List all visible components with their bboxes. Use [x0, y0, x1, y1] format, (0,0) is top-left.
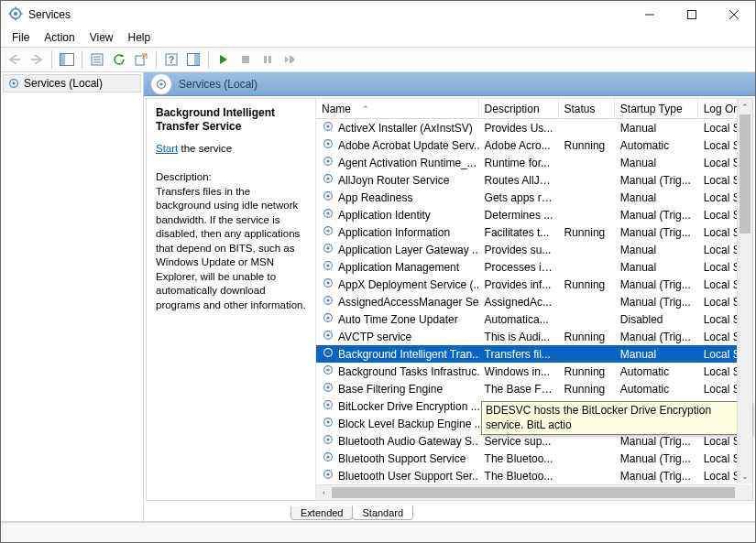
- service-startup: Manual: [615, 122, 698, 135]
- svg-point-29: [12, 81, 15, 84]
- service-startup: Manual: [615, 157, 698, 169]
- table-row[interactable]: Agent Activation Runtime_...Runtime for.…: [316, 154, 752, 171]
- minimize-button[interactable]: [629, 1, 671, 28]
- start-service-button[interactable]: [214, 49, 234, 70]
- table-row[interactable]: AllJoyn Router ServiceRoutes AllJo...Man…: [316, 171, 752, 189]
- tab-extended[interactable]: Extended: [290, 506, 353, 520]
- table-row[interactable]: Application IdentityDetermines ...Manual…: [316, 206, 752, 223]
- tree-item-label: Services (Local): [24, 77, 103, 90]
- view-tabbar: Extended Standard: [144, 503, 755, 521]
- window-title: Services: [28, 8, 71, 21]
- service-name: Background Tasks Infrastruc...: [338, 365, 479, 378]
- show-hide-tree-button[interactable]: [57, 49, 77, 70]
- table-row[interactable]: Bluetooth User Support Ser...The Bluetoo…: [316, 467, 752, 484]
- service-description: Adobe Acro...: [479, 139, 559, 152]
- service-name: Application Management: [338, 261, 459, 274]
- back-button[interactable]: [5, 49, 25, 70]
- gear-icon: [322, 277, 334, 292]
- scroll-left-button[interactable]: ‹: [316, 485, 332, 500]
- svg-point-47: [326, 246, 329, 249]
- gear-icon: [322, 416, 334, 431]
- svg-point-45: [326, 229, 329, 232]
- scroll-thumb-h[interactable]: [332, 487, 735, 498]
- services-list-pane: Name⌃ Description Status Startup Type Lo…: [315, 99, 752, 500]
- service-name: ActiveX Installer (AxInstSV): [338, 122, 473, 135]
- main-area: Services (Local) Services (Local) Backgr…: [1, 72, 755, 522]
- horizontal-scrollbar[interactable]: ‹ ›: [316, 484, 737, 500]
- svg-point-57: [326, 333, 329, 336]
- menu-view[interactable]: View: [82, 29, 121, 46]
- services-rows-container: ActiveX Installer (AxInstSV)Provides Us.…: [316, 119, 752, 500]
- table-row[interactable]: Adobe Acrobat Update Serv...Adobe Acro..…: [316, 136, 752, 154]
- menu-file[interactable]: File: [5, 29, 37, 46]
- close-button[interactable]: [713, 1, 755, 28]
- scroll-up-button[interactable]: ⌃: [738, 99, 752, 114]
- service-name: AssignedAccessManager Se...: [338, 296, 479, 309]
- vertical-scrollbar[interactable]: ⌃ ⌄: [737, 99, 752, 483]
- scroll-thumb-v[interactable]: [740, 114, 751, 233]
- service-action-line: Start the service: [156, 143, 306, 154]
- svg-point-49: [326, 264, 329, 266]
- refresh-button[interactable]: [109, 49, 129, 70]
- service-description: This is Audi...: [479, 331, 559, 343]
- table-row[interactable]: App ReadinessGets apps re...ManualLocal …: [316, 189, 752, 206]
- table-row[interactable]: Bluetooth Support ServiceThe Bluetoo...M…: [316, 450, 752, 467]
- svg-point-55: [326, 316, 329, 319]
- svg-point-39: [326, 177, 329, 179]
- gear-icon: [322, 224, 334, 240]
- svg-point-71: [326, 455, 329, 458]
- result-header-title: Services (Local): [179, 78, 257, 91]
- forward-button[interactable]: [27, 49, 47, 70]
- service-startup: Manual: [615, 348, 698, 361]
- titlebar: Services: [1, 1, 755, 28]
- service-name: Base Filtering Engine: [338, 383, 443, 396]
- tree-services-local[interactable]: Services (Local): [3, 74, 141, 92]
- service-startup: Manual (Trig...: [615, 174, 698, 187]
- svg-rect-24: [242, 56, 249, 63]
- properties-button[interactable]: [87, 49, 107, 70]
- table-row[interactable]: ActiveX Installer (AxInstSV)Provides Us.…: [316, 119, 752, 136]
- svg-rect-7: [688, 11, 696, 19]
- gear-icon: [322, 329, 334, 344]
- gear-icon: [322, 346, 334, 362]
- table-row[interactable]: Background Tasks Infrastruc...Windows in…: [316, 363, 752, 380]
- table-row[interactable]: Auto Time Zone UpdaterAutomatica...Disab…: [316, 310, 752, 328]
- column-name[interactable]: Name⌃: [316, 99, 479, 118]
- service-status: Running: [559, 331, 615, 343]
- service-name: Bluetooth Audio Gateway S...: [338, 435, 479, 448]
- svg-point-1: [14, 12, 17, 16]
- table-row[interactable]: AppX Deployment Service (...Provides inf…: [316, 276, 752, 293]
- service-name: AppX Deployment Service (...: [338, 278, 479, 291]
- start-service-link[interactable]: Start: [156, 143, 178, 154]
- column-description[interactable]: Description: [479, 99, 559, 118]
- table-row[interactable]: Application Layer Gateway ...Provides su…: [316, 241, 752, 258]
- svg-point-41: [326, 194, 329, 197]
- svg-rect-23: [194, 54, 200, 65]
- description-label: Description:: [156, 170, 306, 185]
- table-row[interactable]: AssignedAccessManager Se...AssignedAc...…: [316, 293, 752, 310]
- stop-service-button[interactable]: [236, 49, 256, 70]
- action-pane-button[interactable]: [183, 49, 203, 70]
- gear-icon: [322, 259, 334, 275]
- column-startup[interactable]: Startup Type: [615, 99, 698, 118]
- column-status[interactable]: Status: [559, 99, 615, 118]
- menu-help[interactable]: Help: [121, 29, 159, 46]
- help-button[interactable]: ?: [161, 49, 181, 70]
- service-description: Facilitates t...: [479, 226, 559, 239]
- export-button[interactable]: [131, 49, 151, 70]
- tab-standard[interactable]: Standard: [352, 505, 413, 520]
- table-row[interactable]: Base Filtering EngineThe Base Fil...Runn…: [316, 380, 752, 397]
- table-row[interactable]: Application InformationFacilitates t...R…: [316, 223, 752, 241]
- table-row[interactable]: AVCTP serviceThis is Audi...RunningManua…: [316, 328, 752, 345]
- service-startup: Manual (Trig...: [615, 452, 698, 465]
- table-row[interactable]: Application ManagementProcesses in...Man…: [316, 258, 752, 276]
- restart-service-button[interactable]: [279, 49, 300, 70]
- svg-rect-13: [60, 54, 65, 65]
- scroll-down-button[interactable]: ⌄: [738, 468, 752, 483]
- maximize-button[interactable]: [671, 1, 713, 28]
- service-description: Provides Us...: [479, 122, 559, 135]
- table-row[interactable]: Background Intelligent Tran...Transfers …: [316, 345, 752, 363]
- svg-point-65: [326, 403, 329, 406]
- menu-action[interactable]: Action: [37, 29, 82, 46]
- pause-service-button[interactable]: [257, 49, 278, 70]
